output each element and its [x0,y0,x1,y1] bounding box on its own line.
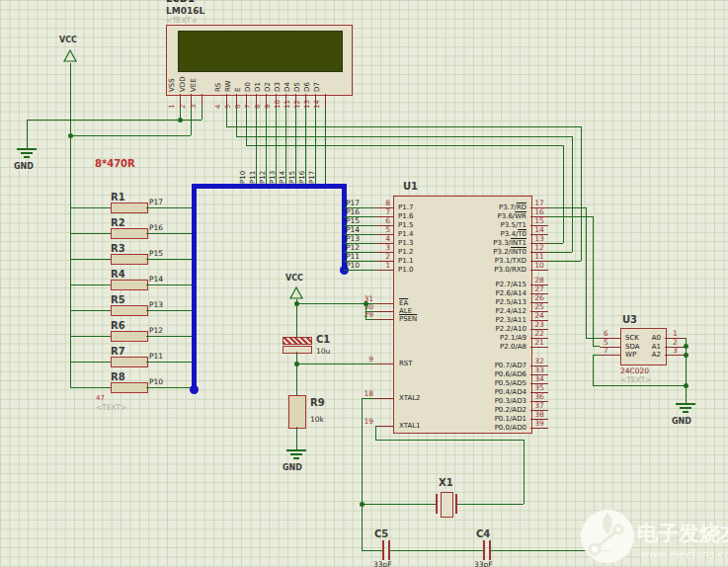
wire [524,440,525,504]
resistor-body[interactable] [111,382,148,393]
resistor-body[interactable] [111,357,148,367]
wire [146,387,194,388]
wire [70,387,111,388]
bus-wire[interactable] [194,184,344,189]
pin-stub [375,364,393,364]
net-label: P12 [149,326,163,335]
resistor-ref: R1 [111,192,125,202]
bus-wire[interactable] [192,184,197,389]
pin-name: D2 [264,82,272,92]
gnd-icon [24,156,30,158]
text-placeholder: <TEXT> [96,403,126,412]
wire [70,207,111,208]
pin-name: XTAL1 [399,422,421,430]
wire [365,311,375,312]
resistor-body[interactable] [111,331,148,342]
pin-number: 12 [532,243,546,252]
net-label: P10 [239,171,247,184]
resistor-body[interactable] [111,280,148,290]
pin-name: P1.4 [398,230,413,238]
resistor-body[interactable] [111,254,148,265]
vcc-label: VCC [285,274,303,283]
pin-name: P0.7/AD7 [445,362,526,369]
net-label: P17 [149,198,163,206]
pin-name: P2.4/A12 [445,307,526,315]
pin-number: 26 [532,293,546,302]
net-label: P15 [346,216,360,225]
crystal-electrode [436,494,438,514]
resistor-body[interactable] [111,228,148,239]
pin-name: P2.0/A8 [445,343,526,351]
lcd-text-placeholder: <TEXT> [166,16,197,25]
pin-name: VEE [190,78,198,92]
pin-number: 24 [532,311,546,320]
wire [146,310,194,311]
pin-name: E [234,88,242,92]
watermark-node-icon [590,544,600,554]
wire [70,135,191,136]
pin-name: P1.7 [398,203,413,211]
pin-name: PSEN [399,315,417,323]
junction-dot [684,353,688,358]
gnd-label: GND [283,463,302,472]
wire [296,427,297,449]
wire [246,107,247,145]
bus-junction-dot [190,385,199,394]
pin-name: D5 [293,82,301,92]
r9-body[interactable] [288,395,306,429]
wire [191,107,192,135]
pin-number: 7 [376,207,390,216]
wire [202,107,202,120]
pin-name: P2.2/A10 [445,325,526,333]
pin-name: D3 [274,82,282,92]
wire [70,336,111,337]
net-label: P13 [269,171,277,184]
wire [593,216,594,346]
wire [344,270,375,271]
pin-number: 15 [532,216,546,225]
pin-name: D6 [303,82,311,92]
wire [375,426,376,440]
c1-ref: C1 [316,334,330,345]
resistor-body[interactable] [111,305,148,316]
crystal-body[interactable] [441,492,453,518]
net-label: P15 [288,171,296,184]
pin-name: P1.1 [398,257,413,265]
pin-stub [202,94,202,107]
watermark-brand: 电子发烧友 [637,522,728,545]
pin-number: 17 [532,199,546,207]
net-label: P16 [149,223,163,232]
c1-value: 10u [316,347,330,356]
resistor-ref: R3 [111,243,125,254]
wire [70,310,111,311]
wire [70,259,111,260]
pin-number: 39 [532,419,546,428]
net-label: P16 [298,171,306,184]
capacitor-plate[interactable] [483,540,485,560]
wire [146,259,194,260]
wire [362,398,363,550]
pin-stub [665,355,686,356]
wire [236,136,572,137]
pin-number: 13 [532,234,546,243]
wire [593,355,600,356]
pin-stub [530,270,548,271]
x1-ref: X1 [439,477,453,488]
capacitor-plate[interactable] [283,346,312,354]
u3-part-label: 24C020 [620,366,649,375]
capacitor-plate-polarized[interactable] [283,337,312,345]
r9-value: 10k [310,415,324,424]
pin-name: XTAL2 [399,394,421,402]
resistor-body[interactable] [111,202,148,213]
pin-name: P3.6/WR [445,212,526,220]
pin-name: P2.3/A11 [445,316,526,324]
pin-stub [375,426,393,427]
u1-ref: U1 [403,181,418,192]
capacitor-plate[interactable] [382,540,384,560]
pin-number: 10 [532,261,546,270]
pin-name: P3.3/INT1 [445,239,526,247]
wire [548,261,581,262]
net-label: P10 [149,377,163,386]
c4-value: 33pF [474,560,493,567]
pin-number: 14 [313,100,321,109]
